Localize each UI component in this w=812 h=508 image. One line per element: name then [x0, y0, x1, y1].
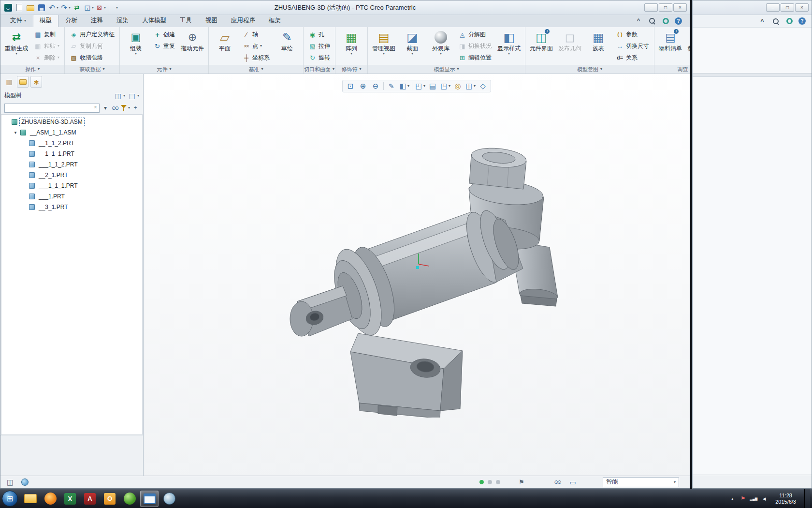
taskbar-acrobat-reader-button[interactable] — [81, 491, 99, 507]
tree-filter-funnel-button[interactable]: ▾ — [120, 104, 130, 112]
tree-item[interactable]: __1_1_2.PRT — [1, 138, 142, 149]
minimize-ribbon-button[interactable]: ^ — [634, 16, 643, 25]
ribbon-button-display-style[interactable]: 显示样式▾ — [495, 29, 522, 63]
ribbon-button-assemble[interactable]: 组装▾ — [122, 29, 149, 63]
model-tree-search-input[interactable] — [4, 104, 100, 113]
taskbar-firefox-button[interactable] — [41, 491, 59, 507]
zoom-out-button[interactable] — [370, 81, 381, 91]
ribbon-button-repeat[interactable]: 重复 — [151, 40, 177, 52]
toggle-navigator-button[interactable] — [4, 478, 16, 487]
ribbon-button-revolve[interactable]: 旋转 — [306, 52, 333, 63]
ribbon-button-hole[interactable]: 孔 — [306, 29, 333, 40]
tab-model[interactable]: 模型 — [33, 14, 58, 27]
tab-applications[interactable]: 应用程序 — [224, 14, 262, 27]
ribbon-button-toggle-status[interactable]: 切换状况 — [456, 40, 494, 52]
system-clock[interactable]: 11:28 2015/6/3 — [771, 493, 800, 505]
connect-button[interactable] — [661, 16, 670, 25]
pump-assembly-model[interactable] — [279, 142, 569, 418]
tab-annotate[interactable]: 注释 — [84, 14, 110, 27]
taskbar-outlook-button[interactable] — [101, 491, 119, 507]
ribbon-group-label-model-display[interactable]: 模型显示▾ — [368, 65, 525, 74]
toggle-browser-button[interactable] — [19, 478, 30, 487]
ribbon-button-regenerate[interactable]: 重新生成▾ — [3, 29, 30, 63]
ribbon-button-relations[interactable]: 关系 — [613, 52, 652, 63]
display-style-button[interactable]: ▾ — [398, 81, 410, 91]
tree-item[interactable]: __1_1_1.PRT — [1, 149, 142, 159]
action-center-icon[interactable] — [740, 495, 746, 503]
capture-button[interactable]: ▾ — [464, 81, 476, 91]
tab-file[interactable]: 文件▾ — [3, 14, 33, 27]
ribbon-button-appearance-gallery[interactable]: 外观库▾ — [427, 29, 454, 63]
taskbar-creo-window-button[interactable] — [140, 491, 159, 507]
search-clear-icon[interactable]: × — [92, 105, 99, 110]
background-window[interactable]: –□× ^? — [692, 0, 812, 489]
selection-info-button[interactable] — [567, 478, 579, 487]
ribbon-button-pattern[interactable]: 阵列▾ — [338, 29, 365, 63]
tree-item[interactable]: ZHUSAIBENG-3D.ASM — [1, 117, 142, 127]
annotation-display-button[interactable]: ▾ — [439, 81, 451, 91]
ribbon-button-delete[interactable]: 删除▾ — [31, 52, 62, 63]
ribbon-button-create-component[interactable]: 创建 — [151, 29, 177, 40]
ribbon-group-label-cut-surface[interactable]: 切口和曲面▾ — [304, 65, 335, 74]
taskbar-green-media-app-button[interactable] — [120, 491, 139, 507]
selection-filter-dropdown[interactable]: 智能 ▾ — [603, 478, 679, 487]
tab-manikin[interactable]: 人体模型 — [135, 14, 173, 27]
redo-button[interactable]: ▾ — [60, 2, 71, 13]
find-button[interactable] — [551, 478, 563, 487]
ribbon-button-drag-components[interactable]: 拖动元件 — [179, 29, 206, 63]
ribbon-button-manage-views[interactable]: 管理视图▾ — [370, 29, 397, 63]
tab-framework[interactable]: 框架 — [262, 14, 288, 27]
repaint-button[interactable] — [386, 81, 397, 91]
ribbon-button-axis[interactable]: 轴 — [240, 29, 272, 40]
ribbon-button-parameters[interactable]: 参数 — [613, 29, 652, 40]
refit-button[interactable] — [345, 81, 356, 91]
tree-item[interactable]: ▼__ASM_1_1.ASM — [1, 127, 142, 138]
undo-button[interactable]: ▾ — [48, 2, 58, 13]
ribbon-button-copy-geometry[interactable]: 复制几何 — [67, 40, 117, 52]
tree-item[interactable]: ___1_1_2.PRT — [1, 159, 142, 170]
ribbon-group-label-model-intent[interactable]: 模型意图▾ — [525, 65, 654, 74]
ribbon-button-point[interactable]: 点▾ — [240, 40, 272, 52]
maximize-button[interactable]: □ — [659, 3, 672, 12]
help-button[interactable]: ? — [798, 17, 806, 25]
find-in-tree-button[interactable] — [111, 104, 119, 112]
customize-qat-button[interactable]: ▾ — [112, 2, 122, 13]
tab-render[interactable]: 渲染 — [110, 14, 135, 27]
tab-view[interactable]: 视图 — [199, 14, 224, 27]
ribbon-button-csys[interactable]: 坐标系 — [240, 52, 272, 63]
show-navigator-tabs-button[interactable] — [3, 76, 15, 88]
ribbon-button-copy[interactable]: 复制 — [31, 29, 62, 40]
graphics-area[interactable]: ▾▾▾▾ — [144, 74, 690, 476]
minimize-button[interactable]: – — [766, 3, 780, 12]
close-button[interactable]: × — [795, 3, 809, 12]
ribbon-button-sketch[interactable]: 草绘 — [274, 29, 301, 63]
tree-item[interactable]: __2_1.PRT — [1, 170, 142, 180]
start-button[interactable] — [2, 491, 18, 507]
command-search-button[interactable] — [648, 16, 656, 25]
ribbon-group-label-get-data[interactable]: 获取数据▾ — [65, 65, 119, 74]
view-manager-button[interactable] — [427, 81, 438, 91]
saved-orientations-button[interactable]: ▾ — [414, 81, 426, 91]
taskbar-excel-button[interactable] — [61, 491, 79, 507]
tree-item[interactable]: ___1.PRT — [1, 191, 142, 202]
window-switch-button[interactable]: ▾ — [83, 2, 94, 13]
tree-columns-button[interactable]: ▾ — [128, 92, 139, 100]
zoom-in-button[interactable] — [357, 81, 369, 91]
ribbon-button-exploded-view[interactable]: 分解图 — [456, 29, 494, 40]
expander-icon[interactable]: ▼ — [13, 131, 18, 135]
minimize-button[interactable]: – — [644, 3, 658, 12]
open-file-button[interactable] — [26, 2, 35, 13]
ribbon-group-label-modifiers[interactable]: 修饰符▾ — [335, 65, 367, 74]
connect-button[interactable] — [785, 17, 794, 26]
ribbon-button-reference-viewer[interactable]: 参考查看器 — [685, 29, 690, 63]
ribbon-button-plane[interactable]: 平面 — [211, 29, 238, 63]
select-mode-button[interactable] — [477, 81, 489, 91]
ribbon-button-edit-position[interactable]: 编辑位置 — [456, 52, 494, 63]
network-icon[interactable] — [750, 495, 757, 503]
taskbar-creo-parametric-button[interactable] — [160, 491, 178, 507]
folder-browser-button[interactable] — [17, 76, 29, 88]
ribbon-button-bill-of-materials[interactable]: 物料清单 — [657, 29, 684, 63]
regenerate-quick-button[interactable] — [72, 2, 82, 13]
ribbon-button-extrude[interactable]: 拉伸 — [306, 40, 333, 52]
tab-tools[interactable]: 工具 — [173, 14, 199, 27]
